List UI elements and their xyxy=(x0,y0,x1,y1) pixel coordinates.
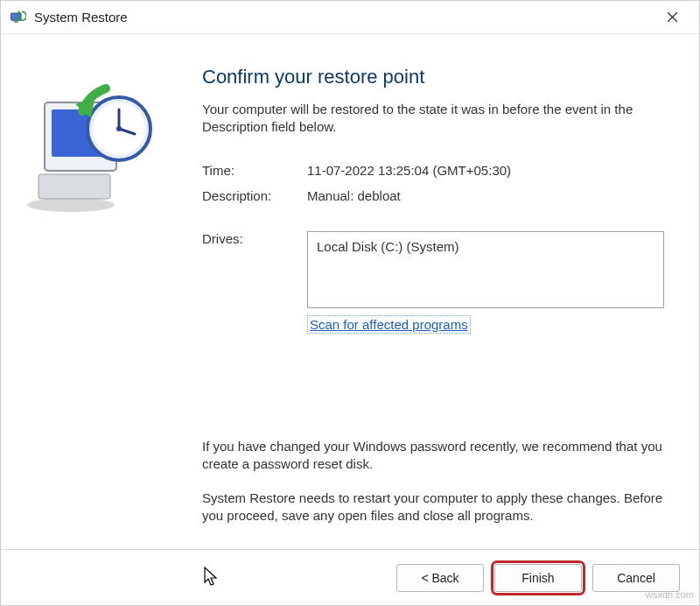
drives-row: Drives: Local Disk (C:) (System) xyxy=(202,231,664,308)
drive-item: Local Disk (C:) (System) xyxy=(317,239,654,254)
intro-text: Your computer will be restored to the st… xyxy=(202,101,664,137)
back-button[interactable]: < Back xyxy=(396,564,484,592)
description-value: Manual: debloat xyxy=(307,188,664,203)
finish-button[interactable]: Finish xyxy=(494,564,582,592)
window-title: System Restore xyxy=(34,10,652,25)
drives-label: Drives: xyxy=(202,231,307,308)
time-value: 11-07-2022 13:25:04 (GMT+05:30) xyxy=(307,163,664,178)
restore-graphic-icon xyxy=(23,78,163,218)
scan-link-row: Scan for affected programs xyxy=(307,317,664,332)
cursor-icon xyxy=(204,567,220,593)
system-restore-icon xyxy=(8,8,27,27)
scan-affected-programs-link[interactable]: Scan for affected programs xyxy=(307,315,471,334)
drives-list[interactable]: Local Disk (C:) (System) xyxy=(307,231,664,308)
page-title: Confirm your restore point xyxy=(202,66,664,88)
body-area: Confirm your restore point Your computer… xyxy=(1,34,699,549)
svg-rect-6 xyxy=(38,174,110,199)
svg-point-13 xyxy=(116,126,122,131)
titlebar: System Restore xyxy=(1,1,699,34)
sidebar xyxy=(1,34,189,549)
svg-marker-2 xyxy=(18,10,20,12)
restart-note: System Restore needs to restart your com… xyxy=(202,490,664,525)
description-row: Description: Manual: debloat xyxy=(202,188,664,203)
svg-rect-1 xyxy=(14,21,18,23)
time-row: Time: 11-07-2022 13:25:04 (GMT+05:30) xyxy=(202,163,664,178)
password-note: If you have changed your Windows passwor… xyxy=(202,438,664,474)
description-label: Description: xyxy=(202,188,307,203)
footer: < Back Finish Cancel xyxy=(1,549,699,605)
close-button[interactable] xyxy=(652,4,692,31)
system-restore-window: System Restore Confirm your restore poin xyxy=(0,0,700,606)
content-pane: Confirm your restore point Your computer… xyxy=(189,34,699,549)
time-label: Time: xyxy=(202,163,307,178)
svg-point-5 xyxy=(27,198,115,212)
cancel-button[interactable]: Cancel xyxy=(592,564,680,592)
